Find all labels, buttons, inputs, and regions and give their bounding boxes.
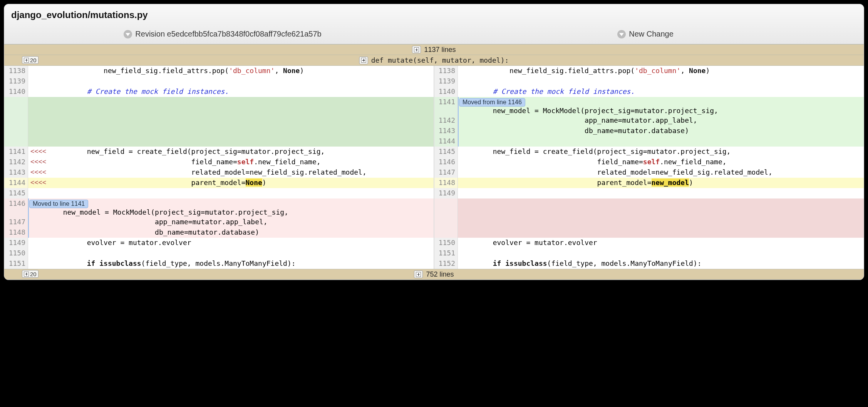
- expand-20-label: 20: [30, 271, 37, 277]
- move-gutter: <<<<: [28, 147, 52, 157]
- code-right: if issubclass(field_type, models.ManyToM…: [458, 259, 864, 269]
- diff-body: 1138 new_field_sig.field_attrs.pop('db_c…: [4, 66, 864, 269]
- expand-20-label: 20: [30, 57, 37, 63]
- line-number: 1141: [4, 147, 28, 157]
- plus-icon: [414, 47, 419, 52]
- line-number: 1147: [4, 217, 28, 227]
- diff-row[interactable]: 11391139: [4, 76, 864, 87]
- expand-function-button[interactable]: [359, 57, 368, 64]
- move-stripe: [458, 126, 459, 136]
- diff-row[interactable]: 1146Moved to line 1141 new_model = MockM…: [4, 198, 864, 217]
- code-right: [458, 188, 864, 198]
- move-gutter: [28, 259, 52, 269]
- code-right: field_name=self.new_field_name,: [458, 157, 864, 167]
- code-left: new_field = create_field(project_sig=mut…: [52, 147, 434, 157]
- diff-row[interactable]: 1143<<<< related_model=new_field_sig.rel…: [4, 167, 864, 178]
- expand-lines-button[interactable]: [412, 46, 421, 53]
- diff-row[interactable]: 1144: [4, 136, 864, 147]
- expand-20-button[interactable]: 20: [22, 56, 39, 64]
- code-left: [52, 188, 434, 198]
- line-number: 1146: [4, 198, 28, 217]
- expand-lines-button[interactable]: [414, 270, 423, 278]
- move-gutter: [28, 238, 52, 248]
- code-right: Moved from line 1146 new_model = MockMod…: [458, 97, 864, 115]
- diff-row[interactable]: 1149 evolver = mutator.evolver1150 evolv…: [4, 238, 864, 248]
- move-stripe: [458, 97, 459, 115]
- move-gutter: <<<<: [28, 157, 52, 167]
- line-number: 1143: [4, 167, 28, 178]
- revision-right-label: New Change: [629, 30, 674, 38]
- diff-row[interactable]: 11501151: [4, 248, 864, 259]
- line-number: 1149: [4, 238, 28, 248]
- diff-row[interactable]: 1151 if issubclass(field_type, models.Ma…: [4, 259, 864, 269]
- download-icon: [124, 30, 132, 38]
- diff-row[interactable]: 1148 db_name=mutator.database): [4, 227, 864, 238]
- move-gutter: [28, 87, 52, 97]
- code-left: related_model=new_field_sig.related_mode…: [52, 167, 434, 178]
- line-number: 1141: [434, 97, 458, 115]
- collapse-bar-top: 1137 lines: [4, 44, 864, 55]
- line-number: 1149: [434, 188, 458, 198]
- code-left: new_field_sig.field_attrs.pop('db_column…: [52, 66, 434, 76]
- line-number: 1140: [4, 87, 28, 97]
- line-number: 1143: [434, 126, 458, 136]
- diff-row[interactable]: 1141<<<< new_field = create_field(projec…: [4, 147, 864, 157]
- line-number: 1138: [434, 66, 458, 76]
- expand-20-button[interactable]: 20: [22, 270, 39, 278]
- diff-row[interactable]: 1141Moved from line 1146 new_model = Moc…: [4, 97, 864, 115]
- collapsed-lines-count: 752 lines: [426, 270, 454, 279]
- diff-row[interactable]: 1147 app_name=mutator.app_label,: [4, 217, 864, 227]
- revision-right[interactable]: New Change: [434, 26, 857, 44]
- code-left: field_name=self.new_field_name,: [52, 157, 434, 167]
- line-number: 1145: [4, 188, 28, 198]
- file-path: django_evolution/mutations.py: [11, 10, 857, 26]
- move-stripe: [28, 217, 29, 227]
- moved-from-flag[interactable]: Moved from line 1146: [459, 98, 525, 107]
- revision-row: Revision e5edcefbb5fca7b8348f0cf08aff79c…: [11, 26, 857, 44]
- code-left: [52, 76, 434, 87]
- diff-row[interactable]: 1138 new_field_sig.field_attrs.pop('db_c…: [4, 66, 864, 76]
- line-number: 1144: [4, 178, 28, 188]
- line-number: 1142: [434, 115, 458, 126]
- move-stripe: [458, 115, 459, 126]
- line-number: 1151: [4, 259, 28, 269]
- line-number: 1147: [434, 167, 458, 178]
- line-number: 1139: [4, 76, 28, 87]
- line-number: 1145: [434, 147, 458, 157]
- diff-row[interactable]: 1142<<<< field_name=self.new_field_name,…: [4, 157, 864, 167]
- move-stripe: [458, 136, 459, 147]
- move-gutter: [28, 188, 52, 198]
- line-number: 1138: [4, 66, 28, 76]
- plus-icon: [24, 272, 29, 277]
- diff-row[interactable]: 11451149: [4, 188, 864, 198]
- function-header-bar: 20 def mutate(self, mutator, model):: [4, 55, 864, 66]
- line-number: 1140: [434, 87, 458, 97]
- diff-row[interactable]: 1143 db_name=mutator.database): [4, 126, 864, 136]
- code-right: parent_model=new_model): [458, 178, 864, 188]
- function-signature: def mutate(self, mutator, model):: [371, 56, 509, 64]
- line-number: [434, 217, 458, 227]
- line-number: 1144: [434, 136, 458, 147]
- move-gutter: <<<<: [28, 167, 52, 178]
- line-number: 1148: [434, 178, 458, 188]
- revision-left-label: Revision e5edcefbb5fca7b8348f0cf08aff79c…: [135, 30, 321, 38]
- plus-icon: [24, 58, 29, 63]
- moved-to-flag[interactable]: Moved to line 1141: [29, 200, 88, 208]
- line-number: [4, 97, 28, 115]
- code-left: Moved to line 1141 new_model = MockModel…: [28, 198, 434, 217]
- diff-row[interactable]: 1144<<<< parent_model=None)1148 parent_m…: [4, 178, 864, 188]
- diff-row[interactable]: 1140 # Create the mock field instances.1…: [4, 87, 864, 97]
- line-number: 1146: [434, 157, 458, 167]
- code-left: parent_model=None): [52, 178, 434, 188]
- code-left: db_name=mutator.database): [28, 227, 434, 238]
- code-right: app_name=mutator.app_label,: [458, 115, 864, 126]
- code-right: related_model=new_field_sig.related_mode…: [458, 167, 864, 178]
- diff-row[interactable]: 1142 app_name=mutator.app_label,: [4, 115, 864, 126]
- code-left: # Create the mock field instances.: [52, 87, 434, 97]
- line-number: 1142: [4, 157, 28, 167]
- collapsed-lines-count: 1137 lines: [424, 46, 456, 54]
- revision-left[interactable]: Revision e5edcefbb5fca7b8348f0cf08aff79c…: [11, 26, 434, 44]
- line-number: 1150: [4, 248, 28, 259]
- line-number: 1151: [434, 248, 458, 259]
- code-right: [458, 136, 864, 147]
